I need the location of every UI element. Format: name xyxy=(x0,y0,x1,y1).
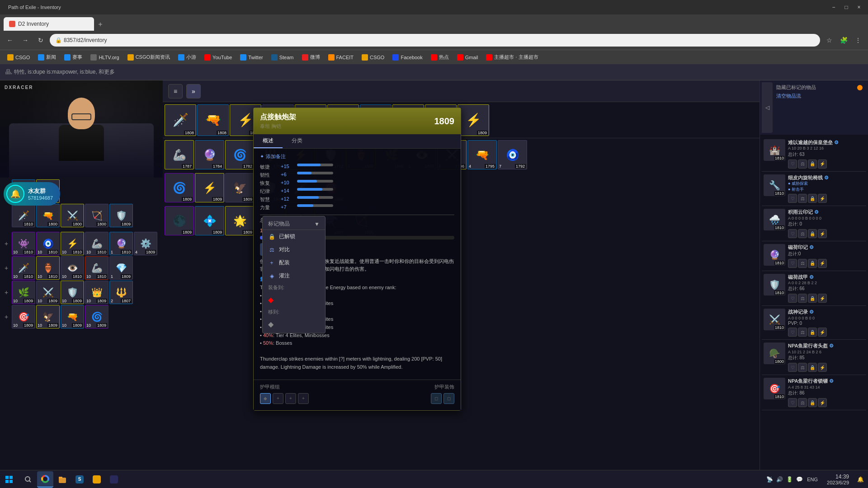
inv-cell[interactable]: 👑101809 xyxy=(85,281,108,304)
inv-cell[interactable]: 🦅101809 xyxy=(36,305,60,328)
mid-inv-cell[interactable]: 🦾1787 xyxy=(165,140,194,169)
action-compare-1[interactable]: ⚖ xyxy=(798,160,807,169)
top-inv-cell-1[interactable]: 🗡️1808 xyxy=(165,104,196,136)
action-heart-5[interactable]: ♡ xyxy=(788,294,797,303)
deco-slot-2[interactable]: ◻ xyxy=(443,393,454,404)
action-lock-4[interactable]: 🔒 xyxy=(808,259,817,268)
tray-speaker-icon[interactable]: 🔊 xyxy=(775,475,783,483)
refresh-button[interactable]: ↻ xyxy=(34,34,47,47)
mid-inv-cell[interactable]: 🔫41795 xyxy=(467,140,497,169)
expand-row-btn-2[interactable]: + xyxy=(2,239,11,248)
mod-slot-2[interactable]: + xyxy=(273,393,283,404)
taskbar-app6[interactable] xyxy=(106,471,122,488)
bookmark-xiaoyou[interactable]: 小游 xyxy=(175,52,200,63)
action-lock-7[interactable]: 🔒 xyxy=(808,363,817,372)
taskbar-chrome[interactable] xyxy=(37,471,53,488)
action-lock-1[interactable]: 🔒 xyxy=(808,160,817,169)
bookmark-broadcaster[interactable]: 主播超市 · 主播超市 xyxy=(482,52,542,63)
expand-row-btn-3[interactable]: + xyxy=(2,263,11,272)
tag-menu-unlock[interactable]: 🔒 已解锁 xyxy=(263,230,325,243)
deco-slot-1[interactable]: ◻ xyxy=(431,393,442,404)
inv-cell[interactable]: 🛡️101809 xyxy=(61,281,84,304)
bookmark-facebook[interactable]: Facebook xyxy=(389,52,426,63)
bookmark-faceit[interactable]: FACEIT xyxy=(325,52,358,63)
inv-cell[interactable]: 🛡️1809 xyxy=(109,204,133,227)
mid-inv-cell[interactable]: 🧿71792 xyxy=(498,140,527,169)
mid-inv-cell[interactable]: 🔮1784 xyxy=(195,140,224,169)
action-flash-7[interactable]: ⚡ xyxy=(818,363,827,372)
bookmark-weibo[interactable]: 微博 xyxy=(298,52,324,63)
inv-cell[interactable]: 🔱21807 xyxy=(109,281,133,304)
action-compare-2[interactable]: ⚖ xyxy=(798,194,807,203)
minimize-button[interactable]: − xyxy=(829,3,838,12)
mod-slot-1[interactable]: ◆ xyxy=(260,393,271,404)
action-lock-6[interactable]: 🔒 xyxy=(808,328,817,337)
inv-cell[interactable]: ⚙️41809 xyxy=(134,232,157,255)
action-heart-3[interactable]: ♡ xyxy=(788,229,797,238)
action-lock-5[interactable]: 🔒 xyxy=(808,294,817,303)
mid-inv-cell[interactable]: 🌟1809 xyxy=(225,206,255,235)
inv-cell[interactable]: 💎11809 xyxy=(109,256,133,280)
action-flash-5[interactable]: ⚡ xyxy=(818,294,827,303)
inv-cell[interactable]: 🏺101810 xyxy=(36,256,60,280)
top-inv-cell-2[interactable]: 🔫1808 xyxy=(197,104,229,136)
action-compare-5[interactable]: ⚖ xyxy=(798,294,807,303)
action-compare-4[interactable]: ⚖ xyxy=(798,259,807,268)
inv-cell[interactable]: 🗡️1810 xyxy=(12,204,35,227)
saved-item-2[interactable]: 🔧 1810 细皮内旋轮椅线 ⚙ ● 威胁探索● 射击手 ♡ ⚖ 🔒 ⚡ xyxy=(762,172,866,206)
active-tab[interactable]: D2 Inventory xyxy=(4,17,94,31)
inv-cell[interactable]: ⚔️101809 xyxy=(36,281,60,304)
mid-inv-cell[interactable]: 💠1809 xyxy=(195,206,224,235)
bookmark-hltv[interactable]: HLTV.org xyxy=(87,52,123,63)
menu-button[interactable]: ≡ xyxy=(168,84,183,99)
action-heart-7[interactable]: ♡ xyxy=(788,363,797,372)
top-inv-cell-10[interactable]: ⚡1809 xyxy=(458,104,489,136)
action-heart-2[interactable]: ♡ xyxy=(788,194,797,203)
tab-overview[interactable]: 概述 xyxy=(254,134,283,148)
saved-item-1[interactable]: 🏰 1810 难以逾越的保皇堡垒 ⚙ A 10 20 B 3 2 12 16 总… xyxy=(762,136,866,172)
tag-menu-infuse[interactable]: ◈ 灌注 xyxy=(263,269,325,282)
extensions-button[interactable]: 🧩 xyxy=(837,34,850,47)
saved-item-6[interactable]: ⚔️ 1810 战神记录 ⚙ A 0 0 0 0 B 0 0 PVP: 0 ♡ … xyxy=(762,306,866,340)
action-compare-3[interactable]: ⚖ xyxy=(798,229,807,238)
saved-item-3[interactable]: 🌧️ 1810 积雨云印记 ⚙ A 0 0 0 0 B 0 0 0 0 总计: … xyxy=(762,206,866,241)
settings-button[interactable]: ⋮ xyxy=(852,34,864,47)
inv-cell[interactable]: 🌿101809 xyxy=(12,281,35,304)
bookmark-match[interactable]: 赛事 xyxy=(61,52,86,63)
friend-notification[interactable]: 🔔 水友群 578194687 xyxy=(4,182,60,206)
bookmark-twitter[interactable]: Twitter xyxy=(236,52,266,63)
action-heart-6[interactable]: ♡ xyxy=(788,328,797,337)
inv-cell[interactable]: ⚔️1800 xyxy=(61,204,84,227)
action-lock-8[interactable]: 🔒 xyxy=(808,398,817,407)
saved-item-8[interactable]: 🎯 1810 NPA鱼梁行者锁镖 ⚙ A 4 25 8 31 43 14 总计:… xyxy=(762,375,866,410)
expand-button[interactable]: » xyxy=(186,84,201,99)
tag-menu-dropdown[interactable]: ▼ xyxy=(314,221,320,227)
bookmark-steam[interactable]: Steam xyxy=(268,52,297,63)
notification-icon[interactable]: 🔔 xyxy=(856,475,864,483)
saved-item-5[interactable]: 🛡️ 1810 磁荷战甲 ⚙ A 0 0 2 28 B 2 2 总计: 66 ♡… xyxy=(762,271,866,306)
maximize-button[interactable]: □ xyxy=(842,3,851,12)
back-button[interactable]: ← xyxy=(4,34,16,47)
action-lock-3[interactable]: 🔒 xyxy=(808,229,817,238)
action-lock-2[interactable]: 🔒 xyxy=(808,194,817,203)
tag-menu-equip[interactable]: + 配装 xyxy=(263,256,325,269)
bookmark-csgo-news[interactable]: CSGO新闻资讯 xyxy=(124,52,174,63)
tag-menu-equip-slot1[interactable]: ◆ xyxy=(263,293,325,307)
action-heart-8[interactable]: ♡ xyxy=(788,398,797,407)
bookmark-gmail[interactable]: Gmail xyxy=(453,52,482,63)
inv-cell[interactable]: 🔫1800 xyxy=(36,204,60,227)
action-flash-3[interactable]: ⚡ xyxy=(818,229,827,238)
start-button[interactable] xyxy=(0,470,18,488)
bookmark-youtube[interactable]: YouTube xyxy=(201,52,236,63)
inv-cell[interactable]: 🦾101810 xyxy=(85,256,108,280)
mod-slot-4[interactable]: + xyxy=(298,393,309,404)
inv-cell[interactable]: 🌀101809 xyxy=(85,305,108,328)
mid-inv-cell[interactable]: 🌀1782 xyxy=(225,140,255,169)
bookmark-star-button[interactable]: ☆ xyxy=(823,34,835,47)
inv-cell[interactable]: 🧿101810 xyxy=(36,232,60,255)
bookmark-csgo2[interactable]: CSGO xyxy=(358,52,388,63)
taskbar-app5[interactable] xyxy=(89,471,105,488)
address-bar[interactable]: 🔒 8357/d2/inventory xyxy=(50,34,820,47)
bookmark-news[interactable]: 新闻 xyxy=(34,52,60,63)
saved-item-4[interactable]: 🔮 1810 磁荷印记 ⚙ 总计:0 ♡ ⚖ 🔒 ⚡ xyxy=(762,241,866,271)
